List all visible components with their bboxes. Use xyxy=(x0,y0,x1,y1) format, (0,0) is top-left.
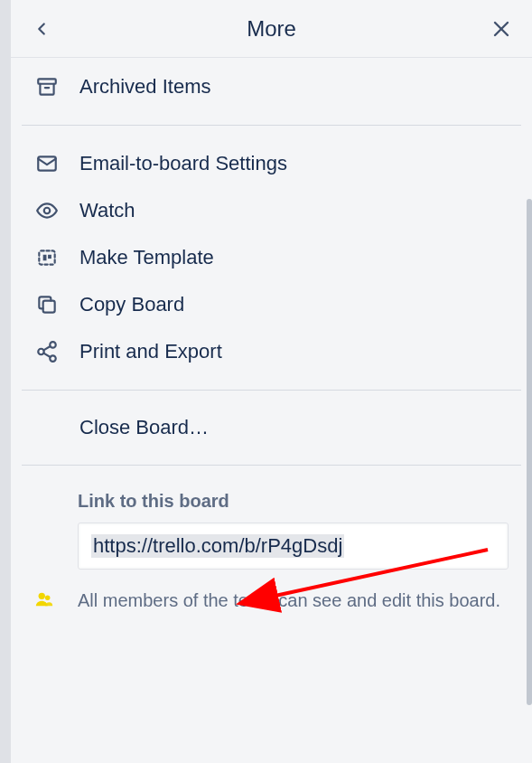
svg-point-15 xyxy=(39,593,45,599)
board-link-text: https://trello.com/b/rP4gDsdj xyxy=(91,534,344,558)
menu-item-print-export[interactable]: Print and Export xyxy=(22,328,521,375)
divider xyxy=(22,465,521,466)
divider xyxy=(22,125,521,126)
svg-line-13 xyxy=(43,346,50,350)
menu-item-label: Copy Board xyxy=(79,293,184,316)
share-icon xyxy=(34,339,60,364)
chevron-left-icon xyxy=(32,19,51,39)
left-gutter xyxy=(0,0,11,763)
close-panel-button[interactable] xyxy=(485,13,518,45)
archive-icon xyxy=(34,74,60,99)
svg-line-14 xyxy=(43,353,50,357)
menu-item-make-template[interactable]: Make Template xyxy=(22,234,521,281)
permission-label: All members of the team can see and edit… xyxy=(78,588,500,614)
menu-item-label: Archived Items xyxy=(79,75,211,99)
back-button[interactable] xyxy=(25,13,58,45)
menu-item-label: Watch xyxy=(79,199,135,222)
menu-item-label: Make Template xyxy=(79,246,214,269)
menu-item-copy-board[interactable]: Copy Board xyxy=(22,281,521,328)
eye-icon xyxy=(34,198,60,223)
menu-item-email-settings[interactable]: Email-to-board Settings xyxy=(22,140,521,187)
board-link-input[interactable]: https://trello.com/b/rP4gDsdj xyxy=(78,523,509,570)
copy-icon xyxy=(34,292,60,317)
svg-rect-2 xyxy=(38,79,56,83)
link-title: Link to this board xyxy=(78,491,509,512)
scrollbar-thumb[interactable] xyxy=(527,199,532,705)
svg-rect-8 xyxy=(48,255,51,259)
svg-rect-7 xyxy=(43,255,47,261)
team-icon xyxy=(34,589,54,617)
link-section: Link to this board https://trello.com/b/… xyxy=(22,475,521,636)
permission-text: All members of the team can see and edit… xyxy=(34,588,509,614)
menu-item-label: Print and Export xyxy=(79,340,222,363)
template-icon xyxy=(34,245,60,270)
menu-list: Archived Items Email-to-board Settings W… xyxy=(11,58,532,763)
panel-title: More xyxy=(58,16,485,42)
close-icon xyxy=(490,18,512,40)
svg-point-16 xyxy=(45,595,50,600)
scrollbar[interactable] xyxy=(527,63,532,759)
menu-item-watch[interactable]: Watch xyxy=(22,187,521,234)
menu-item-archived[interactable]: Archived Items xyxy=(22,63,521,110)
mail-icon xyxy=(34,151,60,176)
svg-rect-9 xyxy=(43,301,55,313)
divider xyxy=(22,390,521,391)
menu-item-label: Email-to-board Settings xyxy=(79,152,287,175)
menu-item-close-board[interactable]: Close Board… xyxy=(22,405,521,450)
menu-item-label: Close Board… xyxy=(79,416,209,439)
svg-rect-6 xyxy=(39,250,54,264)
panel-header: More xyxy=(11,0,532,58)
more-panel: More Archived Items Email-to-board Setti… xyxy=(11,0,532,763)
svg-point-5 xyxy=(44,208,51,214)
